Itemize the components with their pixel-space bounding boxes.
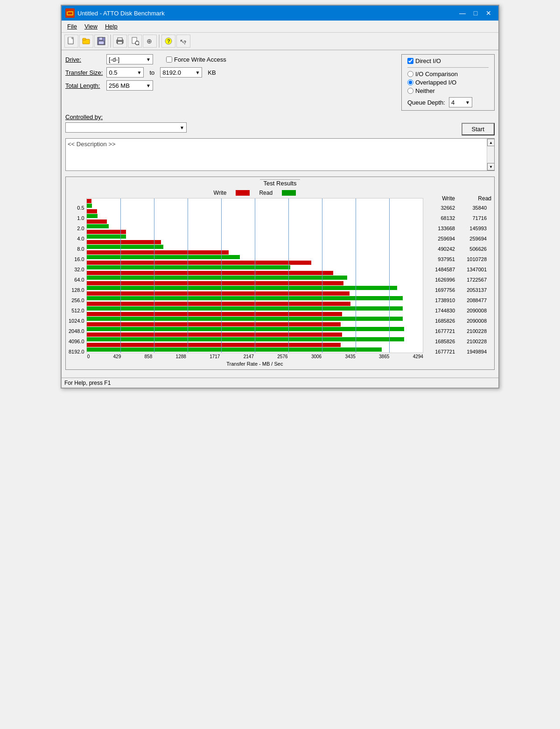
x-axis-label: 2147 bbox=[244, 354, 254, 359]
write-bar bbox=[87, 199, 92, 203]
legend-read-item bbox=[282, 190, 296, 196]
test-results-section: Test Results 0.51.02.04.08.016.032.064.0… bbox=[65, 177, 495, 370]
bar-pair bbox=[87, 281, 423, 291]
write-value: 32662 bbox=[428, 205, 455, 211]
force-write-label[interactable]: Force Write Access bbox=[166, 56, 226, 63]
bar-pair bbox=[87, 342, 423, 353]
minimize-button[interactable]: — bbox=[456, 8, 469, 18]
menu-file[interactable]: File bbox=[63, 21, 81, 31]
transfer-size-to-dropdown[interactable]: 8192.0 ▼ bbox=[160, 67, 202, 78]
chart-x-axis: 042985812881717214725763006343538654294 bbox=[86, 353, 423, 360]
x-axis-label: 1288 bbox=[176, 354, 186, 359]
test-results-title: Test Results bbox=[69, 180, 491, 187]
overlapped-io-label[interactable]: Overlapped I/O bbox=[407, 79, 489, 86]
write-bar bbox=[87, 261, 312, 265]
print-preview-button[interactable] bbox=[128, 35, 142, 48]
scroll-down-arrow[interactable]: ▼ bbox=[487, 163, 495, 170]
write-value: 1744830 bbox=[428, 308, 455, 313]
neither-label[interactable]: Neither bbox=[407, 87, 489, 94]
read-value: 71716 bbox=[460, 215, 487, 221]
io-comparison-radio[interactable] bbox=[407, 71, 413, 77]
move-button[interactable]: ⊕ bbox=[143, 35, 157, 48]
maximize-button[interactable]: □ bbox=[469, 8, 482, 18]
svg-rect-1 bbox=[68, 12, 72, 14]
queue-depth-dropdown[interactable]: 4 ▼ bbox=[449, 97, 472, 107]
menu-help[interactable]: Help bbox=[101, 21, 121, 31]
x-axis-label: 0 bbox=[87, 354, 90, 359]
read-bar bbox=[87, 255, 240, 259]
chart-x-label: Transfer Rate - MB / Sec bbox=[86, 361, 423, 367]
data-value-row: 16858262090008 bbox=[428, 316, 491, 326]
read-value: 2090008 bbox=[460, 318, 487, 324]
close-button[interactable]: ✕ bbox=[483, 8, 495, 18]
transfer-size-row: Transfer Size: 0.5 ▼ to 8192.0 ▼ KB bbox=[65, 67, 397, 78]
overlapped-io-radio[interactable] bbox=[407, 79, 413, 85]
data-value-row: 14845871347001 bbox=[428, 264, 491, 275]
x-axis-label: 4294 bbox=[413, 354, 423, 359]
write-value: 259694 bbox=[428, 236, 455, 241]
write-bar bbox=[87, 333, 342, 337]
data-value-row: 16858262100228 bbox=[428, 336, 491, 347]
open-button[interactable] bbox=[79, 35, 93, 48]
transfer-size-unit: KB bbox=[208, 69, 216, 76]
force-write-checkbox[interactable] bbox=[166, 57, 172, 63]
read-bar bbox=[87, 276, 348, 280]
read-bar bbox=[87, 286, 397, 290]
description-text: << Description >> bbox=[68, 141, 116, 148]
neither-radio[interactable] bbox=[407, 88, 413, 94]
transfer-size-from-dropdown[interactable]: 0.5 ▼ bbox=[106, 67, 144, 78]
total-length-dropdown[interactable]: 256 MB ▼ bbox=[106, 80, 153, 91]
context-help-button[interactable]: ↖? bbox=[176, 35, 190, 48]
bar-pair bbox=[87, 301, 423, 311]
svg-line-14 bbox=[139, 44, 139, 45]
drive-row: Drive: [-d-] ▼ Force Write Access bbox=[65, 54, 397, 64]
data-value-row: 6813271716 bbox=[428, 213, 491, 223]
y-label: 4.0 bbox=[77, 234, 84, 244]
read-bar bbox=[87, 245, 163, 249]
bar-pair bbox=[87, 322, 423, 332]
chart-data-values: Write Read 32662358406813271716133668145… bbox=[423, 190, 491, 367]
data-value-row: 3266235840 bbox=[428, 203, 491, 213]
scroll-up-arrow[interactable]: ▲ bbox=[487, 139, 495, 146]
x-axis-label: 1717 bbox=[210, 354, 220, 359]
description-scrollbar: ▲ ▼ bbox=[487, 139, 494, 170]
print-button[interactable] bbox=[113, 35, 127, 48]
direct-io-checkbox[interactable] bbox=[407, 58, 413, 64]
write-bar bbox=[87, 240, 161, 244]
data-value-row: 17389102088477 bbox=[428, 295, 491, 305]
menu-view[interactable]: View bbox=[81, 21, 101, 31]
read-bar bbox=[87, 327, 404, 331]
y-label: 128.0 bbox=[71, 285, 84, 295]
settings-left: Drive: [-d-] ▼ Force Write Access Transf… bbox=[65, 54, 397, 93]
help-button[interactable]: ? bbox=[161, 35, 175, 48]
data-value-row: 9379511010728 bbox=[428, 254, 491, 264]
x-axis-label: 3435 bbox=[345, 354, 355, 359]
write-bar bbox=[87, 343, 341, 347]
read-value: 35840 bbox=[460, 205, 487, 211]
write-value: 1677721 bbox=[428, 349, 455, 354]
write-value: 1626996 bbox=[428, 277, 455, 283]
start-button[interactable]: Start bbox=[462, 123, 495, 135]
write-value: 1738910 bbox=[428, 297, 455, 303]
read-bar bbox=[87, 317, 403, 321]
new-button[interactable] bbox=[64, 35, 78, 48]
controlled-by-dropdown[interactable]: ▼ bbox=[65, 122, 187, 133]
y-label: 64.0 bbox=[74, 275, 84, 285]
io-comparison-label[interactable]: I/O Comparison bbox=[407, 71, 489, 78]
data-value-row: 133668145993 bbox=[428, 223, 491, 234]
read-bar bbox=[87, 234, 126, 239]
data-value-row: 490242506626 bbox=[428, 244, 491, 254]
svg-text:⊕: ⊕ bbox=[147, 37, 152, 45]
total-length-row: Total Length: 256 MB ▼ bbox=[65, 80, 397, 91]
read-value: 506626 bbox=[460, 246, 487, 252]
direct-io-label[interactable]: Direct I/O bbox=[407, 57, 489, 64]
legend-read-label: Read bbox=[259, 190, 273, 196]
x-axis-label: 3865 bbox=[379, 354, 389, 359]
data-value-row: 16777211949894 bbox=[428, 347, 491, 357]
toolbar-separator-2 bbox=[159, 35, 160, 48]
x-axis-label: 2576 bbox=[277, 354, 287, 359]
chart-legend: Write Read bbox=[86, 190, 423, 196]
bar-pair bbox=[87, 270, 423, 281]
drive-dropdown[interactable]: [-d-] ▼ bbox=[106, 54, 153, 64]
save-button[interactable] bbox=[94, 35, 108, 48]
